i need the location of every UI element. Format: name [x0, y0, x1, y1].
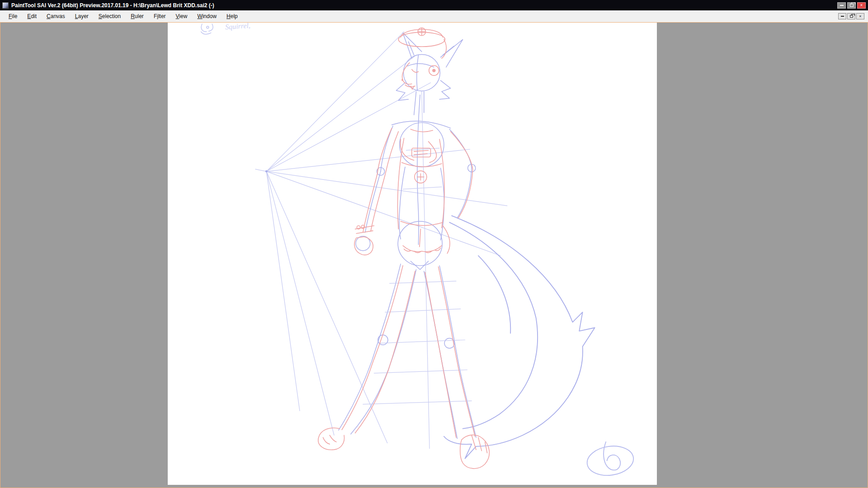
- menu-help[interactable]: Help: [222, 11, 243, 21]
- restore-icon: [850, 4, 854, 7]
- window-controls: ×: [837, 2, 866, 9]
- menu-edit[interactable]: Edit: [22, 11, 42, 21]
- menu-selection[interactable]: Selection: [94, 11, 126, 21]
- menu-ruler[interactable]: Ruler: [126, 11, 149, 21]
- mdi-restore-button[interactable]: [847, 13, 855, 19]
- mdi-close-button[interactable]: ×: [856, 13, 864, 19]
- menu-layer[interactable]: Layer: [70, 11, 94, 21]
- window-title: PaintTool SAI Ver.2 (64bit) Preview.2017…: [11, 2, 835, 9]
- sketch-drawing: Squirrel,: [168, 23, 657, 485]
- mdi-minimize-icon: [841, 16, 844, 17]
- menubar-items: FileEditCanvasLayerSelectionRulerFilterV…: [4, 11, 243, 21]
- app-window: PaintTool SAI Ver.2 (64bit) Preview.2017…: [0, 0, 868, 488]
- canvas-viewport[interactable]: Squirrel,: [0, 22, 868, 488]
- mdi-close-icon: ×: [859, 14, 861, 19]
- menu-window[interactable]: Window: [192, 11, 222, 21]
- menubar: FileEditCanvasLayerSelectionRulerFilterV…: [0, 10, 868, 22]
- doodle-caption: Squirrel,: [225, 23, 251, 31]
- close-button[interactable]: ×: [857, 2, 866, 9]
- restore-button[interactable]: [847, 2, 856, 9]
- menu-view[interactable]: View: [171, 11, 193, 21]
- menu-file[interactable]: File: [4, 11, 22, 21]
- corner-doodle: Squirrel,: [201, 23, 251, 34]
- artist-signature: [585, 442, 635, 478]
- menu-canvas[interactable]: Canvas: [42, 11, 70, 21]
- minimize-button[interactable]: [837, 2, 846, 9]
- mdi-restore-icon: [850, 15, 853, 18]
- mdi-window-controls: ×: [838, 13, 864, 19]
- minimize-icon: [840, 5, 844, 6]
- app-icon: [2, 2, 9, 9]
- construction-sketch: [339, 33, 595, 459]
- titlebar: PaintTool SAI Ver.2 (64bit) Preview.2017…: [0, 0, 868, 10]
- perspective-guides: [255, 32, 507, 443]
- mdi-minimize-button[interactable]: [838, 13, 846, 19]
- document-canvas[interactable]: Squirrel,: [168, 23, 657, 485]
- close-icon: ×: [860, 3, 863, 8]
- menu-filter[interactable]: Filter: [149, 11, 171, 21]
